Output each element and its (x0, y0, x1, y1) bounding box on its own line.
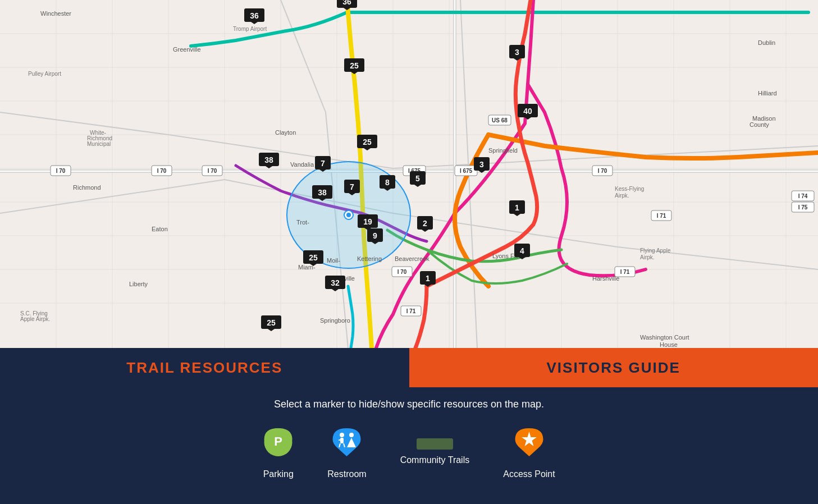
svg-text:8: 8 (385, 178, 390, 187)
svg-text:I 70: I 70 (157, 168, 167, 174)
access-point-label: Access Point (503, 469, 555, 479)
svg-text:3: 3 (479, 160, 484, 169)
svg-text:Greenville: Greenville (173, 46, 201, 53)
restroom-label: Restroom (327, 469, 366, 479)
svg-text:Clayton: Clayton (275, 129, 296, 136)
svg-text:I 71: I 71 (620, 269, 630, 275)
svg-text:5: 5 (415, 174, 420, 183)
parking-icon: P (263, 427, 294, 464)
svg-text:36: 36 (342, 0, 351, 6)
restroom-icon (331, 427, 362, 464)
community-trails-icon (417, 438, 453, 450)
access-point-icon (514, 427, 545, 464)
svg-text:County: County (750, 121, 769, 128)
svg-text:Kess-Flying: Kess-Flying (615, 186, 644, 192)
svg-point-169 (340, 433, 344, 437)
svg-text:Washington Court: Washington Court (640, 334, 689, 341)
svg-text:Eaton: Eaton (152, 226, 168, 232)
svg-text:9: 9 (373, 231, 377, 240)
tab-trail-resources[interactable]: TRAIL RESOURCES (0, 348, 409, 387)
svg-text:I 74: I 74 (798, 193, 808, 199)
svg-text:38: 38 (318, 188, 327, 197)
svg-text:25: 25 (363, 138, 372, 146)
svg-text:Trot-: Trot- (296, 219, 309, 226)
svg-text:I 71: I 71 (406, 308, 416, 314)
visitors-guide-label: VISITORS GUIDE (547, 359, 680, 377)
svg-text:4: 4 (520, 246, 524, 255)
svg-text:7: 7 (350, 182, 354, 191)
legend-item-restroom[interactable]: Restroom (327, 427, 366, 479)
parking-label: Parking (263, 469, 294, 479)
svg-point-174 (349, 433, 354, 437)
panel-tabs: TRAIL RESOURCES VISITORS GUIDE (0, 348, 818, 387)
svg-text:I 70: I 70 (397, 269, 407, 275)
svg-text:Pulley Airport: Pulley Airport (28, 71, 61, 77)
svg-text:I 70: I 70 (598, 168, 607, 174)
svg-text:Apple Airpk.: Apple Airpk. (20, 316, 50, 322)
svg-point-40 (346, 213, 351, 217)
svg-text:Vandalia: Vandalia (290, 161, 314, 168)
trail-resources-label: TRAIL RESOURCES (126, 359, 282, 377)
legend-item-parking[interactable]: P Parking (263, 427, 294, 479)
svg-text:Airpk.: Airpk. (640, 254, 655, 260)
svg-text:Hilliard: Hilliard (758, 90, 777, 97)
legend-row: P Parking (263, 427, 555, 479)
svg-text:2: 2 (423, 219, 427, 228)
svg-text:Municipal: Municipal (87, 141, 111, 147)
map-container: Winchester Greenville Richmond Eaton Lib… (0, 0, 818, 348)
svg-text:I 675: I 675 (460, 168, 473, 174)
svg-text:I 75: I 75 (798, 204, 808, 210)
select-prompt: Select a marker to hide/show specific re… (274, 398, 544, 410)
svg-text:3: 3 (515, 48, 519, 57)
svg-text:I 70: I 70 (208, 168, 217, 174)
svg-text:House: House (660, 341, 678, 348)
svg-text:Springboro: Springboro (320, 317, 350, 324)
bottom-panel: TRAIL RESOURCES VISITORS GUIDE Select a … (0, 348, 818, 504)
svg-text:25: 25 (309, 253, 318, 262)
svg-text:Kettering: Kettering (357, 255, 382, 262)
svg-text:1: 1 (426, 274, 430, 283)
svg-text:32: 32 (331, 278, 340, 287)
svg-text:Richmond: Richmond (73, 184, 101, 191)
svg-text:25: 25 (267, 318, 276, 327)
legend-item-community-trails[interactable]: Community Trails (400, 427, 470, 465)
svg-text:Beavercreek: Beavercreek (395, 255, 429, 262)
svg-text:I 71: I 71 (657, 213, 666, 219)
svg-text:I 70: I 70 (56, 168, 66, 174)
community-trails-label: Community Trails (400, 455, 470, 465)
svg-text:Liberty: Liberty (129, 281, 148, 287)
svg-text:Springfield: Springfield (488, 147, 518, 154)
svg-text:Tromp Airport: Tromp Airport (233, 26, 267, 32)
svg-text:25: 25 (350, 61, 359, 70)
svg-text:Airpk.: Airpk. (615, 193, 629, 199)
svg-text:P: P (274, 434, 282, 448)
svg-text:1: 1 (515, 203, 519, 212)
svg-text:US 68: US 68 (492, 117, 508, 123)
svg-text:Flying Apple: Flying Apple (640, 248, 671, 254)
svg-text:40: 40 (523, 107, 532, 116)
panel-content: Select a marker to hide/show specific re… (0, 387, 818, 504)
svg-text:7: 7 (321, 159, 325, 168)
tab-visitors-guide[interactable]: VISITORS GUIDE (409, 348, 819, 387)
legend-item-access-point[interactable]: Access Point (503, 427, 555, 479)
map-overlay: Winchester Greenville Richmond Eaton Lib… (0, 0, 818, 348)
svg-text:Moil-: Moil- (327, 257, 340, 264)
svg-text:19: 19 (363, 217, 372, 226)
svg-text:Dublin: Dublin (758, 39, 775, 46)
svg-text:38: 38 (264, 155, 273, 164)
svg-text:36: 36 (250, 11, 259, 20)
svg-text:Winchester: Winchester (40, 10, 71, 17)
